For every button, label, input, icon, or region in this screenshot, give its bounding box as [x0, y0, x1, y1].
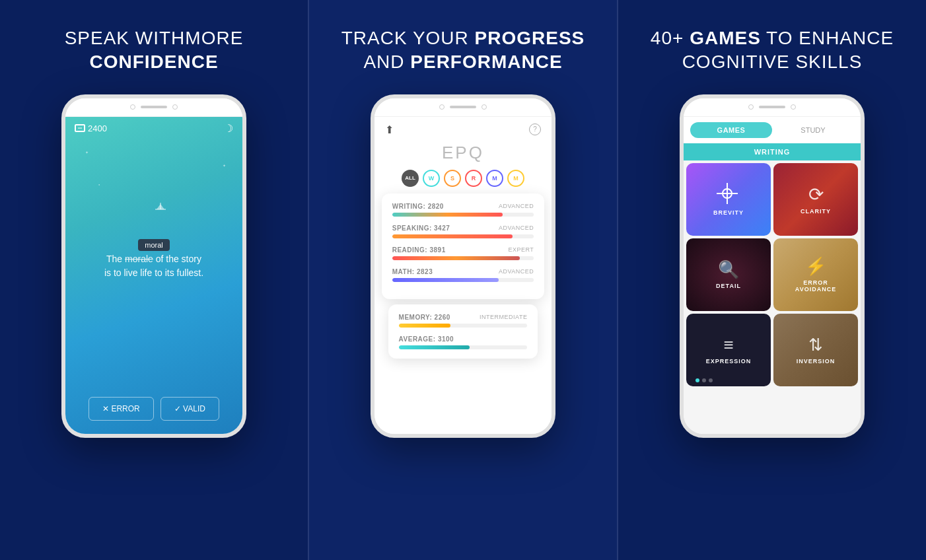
game-card-brevity[interactable]: BREVITY	[686, 163, 771, 236]
stat-writing-bar	[392, 213, 534, 217]
stat-average-label: AVERAGE: 3100	[399, 335, 454, 343]
stat-reading-level: EXPERT	[508, 246, 534, 254]
share-icon[interactable]: ⬆	[385, 123, 394, 136]
help-icon[interactable]: ?	[529, 123, 541, 135]
stat-math: MATH: 2823 ADVANCED	[392, 268, 534, 282]
game-card-inversion[interactable]: ⇅ INVERSION	[773, 314, 858, 386]
action-buttons: ✕ ERROR ✓ VALID	[89, 397, 219, 421]
phone-camera-m	[439, 104, 445, 110]
tab-games[interactable]: GAMES	[690, 122, 772, 138]
phone-sensor	[172, 104, 178, 110]
panel-right-title: 40+ GAMES TO ENHANCE COGNITIVE SKILLS	[651, 26, 894, 75]
phone-speaker	[141, 106, 167, 108]
games-grid: BREVITY ⟳ CLARITY 🔍 DETAIL ⚡ ERROR AVOID…	[684, 160, 861, 389]
phone-top-bar-middle	[374, 98, 552, 117]
crosshair-circle	[722, 188, 732, 199]
moon-graphic	[114, 153, 194, 232]
phone-top-bar-left	[65, 98, 242, 117]
stat-math-fill	[392, 278, 499, 282]
category-pills: ALL W S R M M	[402, 170, 524, 187]
panel-right: 40+ GAMES TO ENHANCE COGNITIVE SKILLS GA…	[618, 0, 926, 560]
star-2: ✦	[223, 163, 226, 168]
navigation-dots	[695, 378, 713, 382]
moon-svg	[114, 153, 187, 226]
game-card-clarity[interactable]: ⟳ CLARITY	[773, 163, 858, 236]
dot-2	[702, 378, 706, 382]
game-card-detail[interactable]: 🔍 DETAIL	[686, 238, 771, 311]
stats-card-memory: MEMORY: 2260 INTERMEDIATE AVERAGE: 3100	[388, 304, 538, 359]
strikethrough-word: morale	[125, 254, 153, 264]
stat-average-fill	[399, 345, 470, 349]
stat-memory: MEMORY: 2260 INTERMEDIATE	[399, 314, 528, 328]
stat-math-level: ADVANCED	[499, 268, 534, 275]
pill-mem[interactable]: M	[507, 170, 524, 187]
panel-left: SPEAK WITHMORE CONFIDENCE 2400 ☽ ✦ ✦ ●	[0, 0, 308, 560]
moon-toggle-icon[interactable]: ☽	[224, 122, 233, 135]
stat-speaking-bar	[392, 234, 534, 238]
stat-average: AVERAGE: 3100	[399, 335, 528, 349]
phone-screen-left: 2400 ☽ ✦ ✦ ●	[65, 117, 242, 434]
phone-speaker-r	[759, 106, 785, 108]
pill-s[interactable]: S	[444, 170, 461, 187]
stat-speaking: SPEAKING: 3427 ADVANCED	[392, 225, 534, 238]
phone-top-bar-right	[684, 98, 861, 117]
sentence-text: The morale of the story is to live life …	[91, 252, 217, 280]
stat-average-bar	[399, 345, 528, 349]
game-card-error[interactable]: ⚡ ERROR AVOIDANCE	[773, 238, 858, 311]
stat-writing-level: ADVANCED	[499, 203, 534, 210]
stat-speaking-fill	[392, 234, 513, 238]
pill-w[interactable]: W	[423, 170, 440, 187]
phone-camera	[130, 104, 135, 110]
star-3: ●	[98, 183, 100, 186]
epq-label: EPQ	[442, 143, 484, 163]
phone-sensor-m	[481, 104, 487, 110]
dot-active	[695, 378, 699, 382]
stat-writing-header: WRITING: 2820 ADVANCED	[392, 203, 534, 210]
stat-writing: WRITING: 2820 ADVANCED	[392, 203, 534, 217]
stat-memory-container: MEMORY: 2260 INTERMEDIATE AVERAGE: 3100	[382, 302, 545, 359]
star-1: ✦	[85, 150, 89, 155]
phone-sensor-r	[791, 104, 796, 110]
pill-r[interactable]: R	[465, 170, 482, 187]
clarity-label: CLARITY	[801, 208, 831, 215]
error-button[interactable]: ✕ ERROR	[89, 397, 154, 421]
stat-memory-bar	[399, 324, 528, 328]
pill-all[interactable]: ALL	[402, 170, 419, 187]
error-avoidance-label: ERROR AVOIDANCE	[795, 279, 836, 293]
valid-button[interactable]: ✓ VALID	[160, 397, 219, 421]
left-top-bar: 2400 ☽	[65, 117, 242, 140]
stat-speaking-level: ADVANCED	[499, 225, 534, 232]
stat-reading: READING: 3891 EXPERT	[392, 246, 534, 260]
stat-math-label: MATH: 2823	[392, 268, 433, 275]
game-card-expression[interactable]: ≡ EXPRESSION	[686, 314, 771, 386]
phone-camera-r	[748, 104, 754, 110]
detail-label: DETAIL	[716, 283, 741, 289]
stat-writing-fill	[392, 213, 503, 217]
phone-middle: ⬆ ? EPQ ALL W S R M M WRITING: 2820 ADVA…	[371, 94, 555, 438]
middle-top-bar: ⬆ ?	[374, 117, 552, 143]
phone-screen-middle: ⬆ ? EPQ ALL W S R M M WRITING: 2820 ADVA…	[374, 117, 552, 434]
panel-left-title: SPEAK WITHMORE CONFIDENCE	[20, 26, 288, 75]
panel-middle: TRACK YOUR PROGRESS AND PERFORMANCE ⬆ ? …	[308, 0, 618, 560]
clarity-icon: ⟳	[808, 184, 824, 205]
svg-marker-1	[157, 204, 164, 209]
stat-reading-fill	[392, 256, 520, 260]
brevity-icon	[717, 183, 740, 207]
stat-math-header: MATH: 2823 ADVANCED	[392, 268, 534, 275]
stat-reading-label: READING: 3891	[392, 246, 446, 254]
phone-speaker-m	[450, 106, 476, 108]
stat-memory-label: MEMORY: 2260	[399, 314, 450, 321]
tab-study[interactable]: STUDY	[772, 122, 854, 138]
score-display: 2400	[75, 122, 107, 135]
stat-speaking-label: SPEAKING: 3427	[392, 225, 450, 232]
stat-math-bar	[392, 278, 534, 282]
expression-label: EXPRESSION	[706, 358, 752, 365]
pill-m[interactable]: M	[486, 170, 503, 187]
crosshair-icon	[717, 183, 738, 204]
stat-reading-header: READING: 3891 EXPERT	[392, 246, 534, 254]
stat-writing-label: WRITING: 2820	[392, 203, 444, 210]
stats-card: WRITING: 2820 ADVANCED SPEAKING: 3427 AD…	[382, 193, 545, 299]
stat-reading-bar	[392, 256, 534, 260]
phone-screen-right: GAMES STUDY WRITING BREVITY ⟳	[684, 117, 861, 434]
score-value: 2400	[88, 123, 107, 133]
